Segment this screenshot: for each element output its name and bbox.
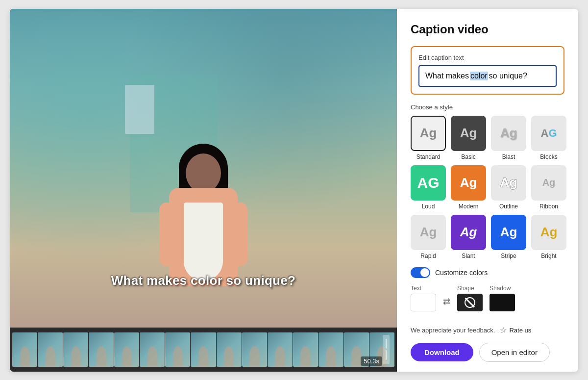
download-button[interactable]: Download [411,343,473,361]
style-item-modern[interactable]: Ag Modern [451,165,486,210]
caption-before-highlight: What makes [425,72,469,80]
shape-color-swatch[interactable] [457,294,483,311]
thumb-12 [293,332,318,367]
style-item-stripe[interactable]: Ag Stripe [491,215,526,259]
shape-color-label: Shape [457,285,483,292]
star-icon: ☆ [500,326,507,335]
right-panel: Caption video Edit caption text What mak… [397,9,578,372]
style-item-bright[interactable]: Ag Bright [531,215,566,259]
thumb-6 [140,332,165,367]
handle-line-2 [386,350,387,360]
style-item-blast[interactable]: Ag Blast [491,116,526,160]
style-label-loud: Loud [422,203,435,210]
shirt [169,188,238,286]
thumb-2 [38,332,63,367]
open-editor-button[interactable]: Open in editor [479,343,550,362]
face [186,153,221,193]
customize-toggle[interactable] [411,267,430,278]
person-figure [125,75,282,301]
style-item-loud[interactable]: AG Loud [411,165,446,210]
no-fill-icon [465,297,475,308]
shadow-color-group: Shadow [490,285,515,311]
thumb-11 [268,332,293,367]
caption-text: What makes color so unique? [111,273,296,288]
thumb-5 [114,332,139,367]
video-area: What makes color so unique? [10,9,397,328]
color-row: Text ⇄ Shape Shadow [411,285,564,311]
style-label-bright: Bright [541,253,556,259]
caption-after-highlight: so unique? [489,72,527,80]
swap-icon[interactable]: ⇄ [443,296,450,307]
style-card-rapid: Ag [411,215,446,250]
toggle-knob [420,268,429,277]
shadow-color-swatch[interactable] [490,294,515,311]
video-panel: What makes color so unique? [10,9,397,372]
style-card-basic: Ag [451,116,486,151]
style-card-modern: Ag [451,165,486,201]
style-card-bright: Ag [531,215,566,250]
edit-caption-label: Edit caption text [418,54,557,61]
rate-us-button[interactable]: ☆ Rate us [500,326,531,335]
style-item-slant[interactable]: Ag Slant [451,215,486,259]
apron [184,203,223,281]
style-label-ribbon: Ribbon [539,203,558,210]
style-item-ribbon[interactable]: Ag Ribbon [531,165,566,210]
action-row: Download Open in editor [411,343,564,362]
caption-overlay: What makes color so unique? [111,273,296,288]
style-label-rapid: Rapid [420,253,436,259]
swap-icon-wrap: ⇄ [443,296,450,307]
feedback-row: We appreciate your feedback. ☆ Rate us [411,326,564,335]
thumb-1 [12,332,37,367]
style-label-stripe: Stripe [501,253,516,259]
customize-row: Customize colors [411,267,564,278]
style-label-modern: Modern [459,203,479,210]
style-label-outline: Outline [499,203,518,210]
text-color-label: Text [411,285,436,292]
thumb-13 [318,332,343,367]
style-item-basic[interactable]: Ag Basic [451,116,486,160]
shadow-color-label: Shadow [490,285,515,292]
style-card-blast: Ag [491,116,526,151]
timeline-scrubber-handle[interactable] [383,335,390,364]
text-color-group: Text [411,285,436,311]
customize-label: Customize colors [435,269,488,277]
main-container: What makes color so unique? [10,9,578,372]
style-grid: Ag Standard Ag Basic Ag Blast [411,116,564,259]
text-color-swatch[interactable] [411,294,436,311]
shape-color-group: Shape [457,285,483,311]
style-label-basic: Basic [461,153,475,160]
style-card-standard: Ag [411,116,446,151]
thumb-8 [191,332,216,367]
edit-caption-section: Edit caption text What makes color so un… [411,46,564,95]
thumb-4 [89,332,114,367]
style-label-blast: Blast [502,153,515,160]
style-label-blocks: Blocks [540,153,557,160]
style-card-ribbon: Ag [531,165,566,201]
caption-input[interactable]: What makes color so unique? [418,65,557,87]
style-item-rapid[interactable]: Ag Rapid [411,215,446,259]
feedback-text: We appreciate your feedback. [411,327,495,334]
timeline-duration: 50.3s [361,356,382,366]
timeline-bar[interactable]: 50.3s [10,328,397,372]
style-section-label: Choose a style [411,103,564,111]
style-item-outline[interactable]: Ag Outline [491,165,526,210]
thumb-7 [165,332,190,367]
panel-title: Caption video [411,23,564,36]
window [125,85,154,134]
handle-line-1 [386,339,387,349]
caption-highlight: color [470,72,488,80]
style-item-blocks[interactable]: AG Blocks [531,116,566,160]
style-label-slant: Slant [462,253,475,259]
rate-us-label: Rate us [509,327,531,334]
thumb-10 [242,332,267,367]
style-section: Choose a style Ag Standard Ag Basic [411,103,564,259]
style-card-blocks: AG [531,116,566,151]
style-card-loud: AG [411,165,446,201]
style-card-slant: Ag [451,215,486,250]
style-item-standard[interactable]: Ag Standard [411,116,446,160]
timeline-thumbnails [10,332,397,367]
style-card-stripe: Ag [491,215,526,250]
style-label-standard: Standard [416,153,441,160]
thumb-3 [63,332,88,367]
thumb-9 [217,332,242,367]
